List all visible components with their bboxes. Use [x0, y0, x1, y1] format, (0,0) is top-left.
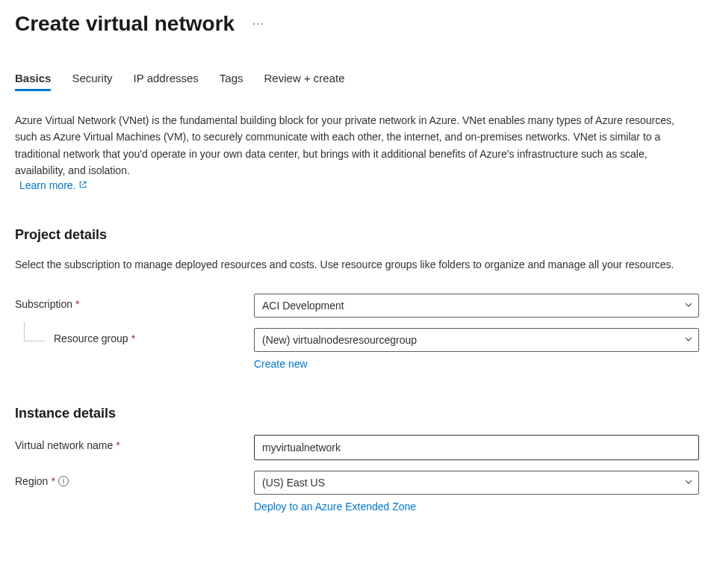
region-label: Region — [15, 475, 48, 487]
required-asterisk: * — [51, 475, 55, 487]
learn-more-label: Learn more. — [19, 179, 75, 191]
resource-group-select[interactable] — [254, 328, 699, 352]
subscription-select[interactable] — [254, 294, 699, 318]
required-asterisk: * — [116, 439, 119, 451]
more-actions-icon[interactable]: ··· — [252, 17, 264, 31]
vnet-name-label: Virtual network name — [15, 439, 113, 451]
subscription-label: Subscription — [15, 298, 72, 310]
vnet-description: Azure Virtual Network (VNet) is the fund… — [15, 114, 674, 176]
info-icon[interactable]: i — [58, 476, 69, 486]
tab-basics[interactable]: Basics — [15, 72, 51, 91]
deploy-extended-zone-link[interactable]: Deploy to an Azure Extended Zone — [254, 501, 416, 513]
tab-review-create[interactable]: Review + create — [264, 72, 345, 91]
project-details-desc: Select the subscription to manage deploy… — [15, 256, 699, 273]
tab-ip-addresses[interactable]: IP addresses — [134, 72, 199, 91]
external-link-icon — [78, 179, 87, 191]
page-title: Create virtual network — [15, 12, 235, 36]
instance-details-heading: Instance details — [15, 406, 699, 421]
required-asterisk: * — [131, 332, 135, 344]
vnet-name-input[interactable] — [254, 435, 699, 460]
tab-security[interactable]: Security — [72, 72, 112, 91]
region-select[interactable] — [254, 471, 699, 495]
resource-group-label: Resource group — [54, 332, 128, 344]
required-asterisk: * — [75, 298, 79, 310]
project-details-heading: Project details — [15, 227, 699, 243]
learn-more-link[interactable]: Learn more. — [19, 179, 87, 191]
hierarchy-connector — [24, 322, 45, 341]
create-new-link[interactable]: Create new — [254, 358, 308, 370]
wizard-tabs: Basics Security IP addresses Tags Review… — [15, 72, 699, 91]
tab-tags[interactable]: Tags — [220, 72, 243, 91]
